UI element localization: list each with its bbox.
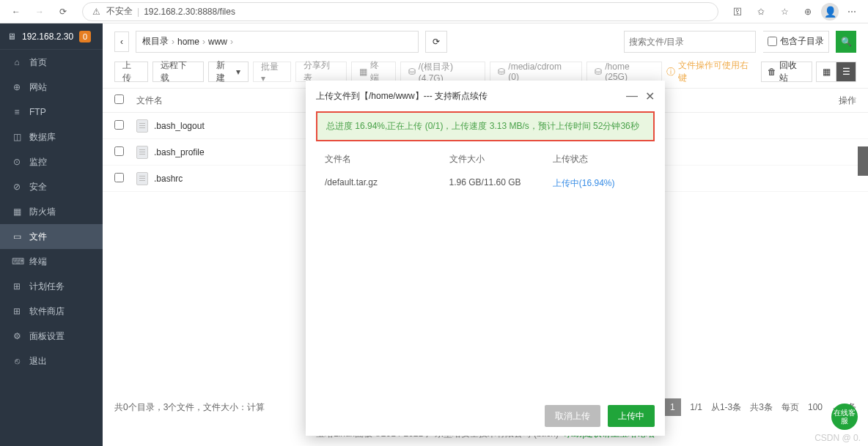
upload-row: /default.tar.gz1.96 GB/11.60 GB上传中(16.94… <box>316 171 655 196</box>
star-icon[interactable]: ✩ <box>751 1 771 22</box>
modal-title: 上传文件到【/home/www】--- 支持断点续传 <box>316 90 488 103</box>
upload-status-link[interactable]: 上传中(16.94%) <box>553 178 615 188</box>
sidebar-icon: ▭ <box>12 231 22 242</box>
close-icon[interactable]: ✕ <box>645 89 655 103</box>
sidebar-icon: ⌨ <box>12 256 22 267</box>
sidebar-item-FTP[interactable]: ≡FTP <box>0 100 103 124</box>
side-strip[interactable] <box>858 146 868 176</box>
sidebar-item-文件[interactable]: ▭文件 <box>0 224 103 249</box>
server-ip: 192.168.2.30 <box>22 31 73 42</box>
notification-badge[interactable]: 0 <box>79 31 91 42</box>
menu-button[interactable]: ⋯ <box>842 1 862 22</box>
sidebar-item-首页[interactable]: ⌂首页 <box>0 50 103 75</box>
sidebar-icon: ▦ <box>12 207 22 217</box>
sidebar-icon: ≡ <box>12 107 22 117</box>
sidebar-item-计划任务[interactable]: ⊞计划任务 <box>0 274 103 299</box>
sidebar-icon: ⌂ <box>12 57 22 67</box>
sidebar-icon: ⚙ <box>12 331 22 341</box>
main-content: ‹ 根目录 › home › www › ⟳ 包含子目录 🔍 上传 远程下载 新… <box>103 23 868 446</box>
sidebar-item-安全[interactable]: ⊘安全 <box>0 174 103 199</box>
collections-icon[interactable]: ⊕ <box>798 1 818 22</box>
sidebar-item-监控[interactable]: ⊙监控 <box>0 149 103 174</box>
sidebar-icon: ⊞ <box>12 306 22 316</box>
sidebar-icon: ⊘ <box>12 182 22 192</box>
key-icon[interactable]: ⚿ <box>727 1 748 22</box>
modal-header: 上传文件到【/home/www】--- 支持断点续传 — ✕ <box>306 81 665 111</box>
modal-footer: 取消上传 上传中 <box>306 396 665 436</box>
sidebar-item-面板设置[interactable]: ⚙面板设置 <box>0 324 103 349</box>
sidebar-header: 🖥 192.168.2.30 0 <box>0 23 103 50</box>
sidebar-icon: ⊙ <box>12 157 22 167</box>
sidebar-item-防火墙[interactable]: ▦防火墙 <box>0 199 103 224</box>
sidebar-item-软件商店[interactable]: ⊞软件商店 <box>0 299 103 324</box>
sidebar-icon: ⎋ <box>12 356 22 366</box>
reload-button[interactable]: ⟳ <box>53 1 73 22</box>
sidebar-item-网站[interactable]: ⊕网站 <box>0 75 103 100</box>
upload-modal: 上传文件到【/home/www】--- 支持断点续传 — ✕ 总进度 16.94… <box>306 81 665 436</box>
uploading-button[interactable]: 上传中 <box>608 405 655 427</box>
url-text: 192.168.2.30:8888/files <box>144 7 235 17</box>
browser-toolbar: ← → ⟳ ⚠ 不安全 | 192.168.2.30:8888/files ⚿ … <box>0 0 868 23</box>
security-label: 不安全 <box>106 5 133 18</box>
favorites-icon[interactable]: ☆ <box>774 1 795 22</box>
address-bar[interactable]: ⚠ 不安全 | 192.168.2.30:8888/files <box>82 2 718 21</box>
progress-banner: 总进度 16.94%,正在上传 (0/1)，上传速度 3.13 MB/s，预计上… <box>316 111 655 141</box>
warning-icon: ⚠ <box>90 6 102 18</box>
sidebar-icon: ⊕ <box>12 82 22 92</box>
upload-table-header: 文件名 文件大小 上传状态 <box>316 147 655 171</box>
profile-avatar[interactable]: 👤 <box>821 3 839 21</box>
sidebar-item-数据库[interactable]: ◫数据库 <box>0 124 103 149</box>
forward-button[interactable]: → <box>29 1 50 22</box>
sidebar-item-终端[interactable]: ⌨终端 <box>0 249 103 274</box>
monitor-icon: 🖥 <box>7 31 16 42</box>
minimize-icon[interactable]: — <box>626 89 638 103</box>
sidebar-icon: ⊞ <box>12 281 22 291</box>
online-help-button[interactable]: 在线客服 <box>831 404 858 430</box>
back-button[interactable]: ← <box>6 1 26 22</box>
watermark: CSDN @ 0. <box>814 433 861 443</box>
sidebar: 🖥 192.168.2.30 0 ⌂首页⊕网站≡FTP◫数据库⊙监控⊘安全▦防火… <box>0 23 103 446</box>
sidebar-item-退出[interactable]: ⎋退出 <box>0 349 103 373</box>
cancel-upload-button[interactable]: 取消上传 <box>545 405 600 427</box>
sidebar-icon: ◫ <box>12 132 22 142</box>
modal-overlay: 上传文件到【/home/www】--- 支持断点续传 — ✕ 总进度 16.94… <box>103 23 868 446</box>
